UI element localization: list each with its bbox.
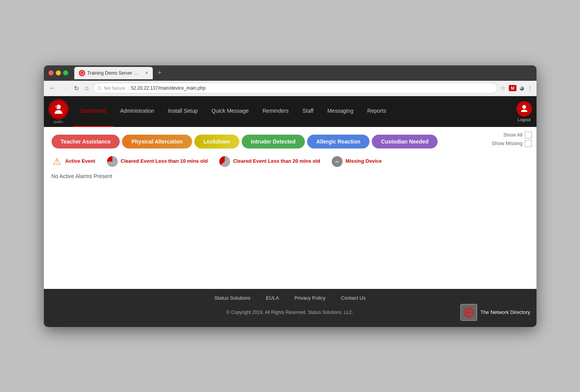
show-all-checkbox[interactable] <box>525 132 532 138</box>
app: SARA Dashboard Administration Install Se… <box>44 96 537 327</box>
not-secure-label: Not Secure <box>104 86 125 90</box>
traffic-lights <box>48 70 68 75</box>
nav-bar: SARA Dashboard Administration Install Se… <box>44 96 537 127</box>
forward-button[interactable]: → <box>60 83 69 93</box>
footer-link-privacy[interactable]: Privacy Policy <box>294 295 326 301</box>
status-active-event: ⚠ Active Event <box>52 156 95 167</box>
logout-icon <box>516 101 532 117</box>
legend-custodian-needed[interactable]: Custodian Needed <box>372 135 438 148</box>
extensions-icon[interactable]: M <box>509 85 516 91</box>
home-button[interactable]: ⌂ <box>84 83 90 93</box>
svg-text:S: S <box>81 72 83 75</box>
show-all-label: Show All <box>503 132 523 138</box>
tab-title: Training Demo Server SARA De <box>87 70 141 76</box>
tab-favicon: S <box>79 70 85 76</box>
logo-inner <box>50 100 67 118</box>
footer-bottom: © Copyright 2019. All Rights Reserved. S… <box>50 304 530 321</box>
cleared-10-icon <box>107 156 118 167</box>
profile-icon[interactable]: ◕ <box>520 85 524 91</box>
url-bar[interactable]: ⚠ Not Secure | 52.20.22.137/main/device_… <box>93 83 498 93</box>
nav-item-administration[interactable]: Administration <box>113 96 161 127</box>
back-button[interactable]: ← <box>48 83 57 93</box>
nav-item-dashboard[interactable]: Dashboard <box>73 96 114 127</box>
footer-copyright: © Copyright 2019. All Rights Reserved. S… <box>170 310 410 315</box>
active-event-label: Active Event <box>65 158 95 165</box>
browser-window: S Training Demo Server SARA De ✕ + ← → ↻… <box>44 65 537 327</box>
cleared-10-label: Cleared Event Less than 10 mins old <box>121 158 208 165</box>
nav-item-reminders[interactable]: Reminders <box>256 96 296 127</box>
legend-bar: Teacher Assistance Physical Altercation … <box>52 135 529 148</box>
show-missing-row: Show Missing <box>491 140 532 147</box>
legend-lockdown[interactable]: Lockdown <box>194 135 239 148</box>
minimize-button[interactable] <box>56 70 61 75</box>
logo-text: SARA <box>53 120 63 124</box>
nav-item-messaging[interactable]: Messaging <box>321 96 361 127</box>
legend-intruder-detected[interactable]: Intruder Detected <box>242 135 305 148</box>
tab-close-icon[interactable]: ✕ <box>145 71 148 75</box>
missing-device-icon: – <box>332 156 343 167</box>
network-directory: The Network Directory <box>460 304 530 321</box>
browser-tab[interactable]: S Training Demo Server SARA De ✕ <box>74 67 153 79</box>
menu-icon[interactable]: ⋮ <box>527 85 533 91</box>
url-text: 52.20.22.137/main/device_main.php <box>131 85 205 91</box>
status-cleared-10: Cleared Event Less than 10 mins old <box>107 156 208 167</box>
nav-items: Dashboard Administration Install Setup Q… <box>73 96 516 127</box>
maximize-button[interactable] <box>63 70 68 75</box>
status-missing-device: – Missing Device <box>332 156 382 167</box>
legend-physical-altercation[interactable]: Physical Altercation <box>122 135 192 148</box>
legend-teacher-assistance[interactable]: Teacher Assistance <box>52 135 120 148</box>
show-all-row: Show All <box>503 132 532 138</box>
logo-area: SARA <box>44 96 73 127</box>
nav-item-reports[interactable]: Reports <box>360 96 393 127</box>
network-directory-label: The Network Directory <box>480 309 530 315</box>
footer-links: Status Solutions EULA Privacy Policy Con… <box>50 295 530 301</box>
nav-item-staff[interactable]: Staff <box>296 96 321 127</box>
cleared-20-icon <box>219 156 230 167</box>
no-alarms-text: No Active Alarms Present <box>52 173 529 179</box>
address-bar-icons: ☆ M ◕ ⋮ <box>501 85 532 91</box>
main-content: Show All Show Missing Teacher Assistance… <box>44 127 537 289</box>
footer-link-contact[interactable]: Contact Us <box>341 295 366 301</box>
logo-circle <box>48 99 69 119</box>
logout-button[interactable]: Logout <box>516 101 532 122</box>
new-tab-button[interactable]: + <box>154 68 165 78</box>
status-legend: ⚠ Active Event Cleared Event Less than 1… <box>52 156 529 167</box>
nav-item-quick-message[interactable]: Quick Message <box>205 96 256 127</box>
tab-bar: S Training Demo Server SARA De ✕ + <box>74 67 532 79</box>
title-bar: S Training Demo Server SARA De ✕ + <box>44 65 537 81</box>
footer: Status Solutions EULA Privacy Policy Con… <box>44 289 537 327</box>
footer-link-status-solutions[interactable]: Status Solutions <box>214 295 251 301</box>
bookmark-icon[interactable]: ☆ <box>501 85 506 91</box>
nd-logo <box>460 304 477 321</box>
active-event-icon: ⚠ <box>52 156 62 167</box>
reload-button[interactable]: ↻ <box>72 83 80 93</box>
address-bar: ← → ↻ ⌂ ⚠ Not Secure | 52.20.22.137/main… <box>44 81 537 96</box>
missing-device-label: Missing Device <box>346 158 382 165</box>
nav-item-install-setup[interactable]: Install Setup <box>161 96 205 127</box>
nav-right: Logout <box>516 96 537 127</box>
cleared-20-label: Cleared Event Less than 20 mins old <box>233 158 320 165</box>
show-missing-label: Show Missing <box>491 140 522 146</box>
legend-allergic-reaction[interactable]: Allergic Reaction <box>307 135 369 148</box>
svg-point-4 <box>55 106 57 107</box>
show-missing-checkbox[interactable] <box>525 140 532 147</box>
footer-link-eula[interactable]: EULA <box>266 295 279 301</box>
close-button[interactable] <box>48 70 53 75</box>
status-cleared-20: Cleared Event Less than 20 mins old <box>219 156 320 167</box>
logout-label: Logout <box>518 117 531 122</box>
show-options: Show All Show Missing <box>491 132 532 147</box>
